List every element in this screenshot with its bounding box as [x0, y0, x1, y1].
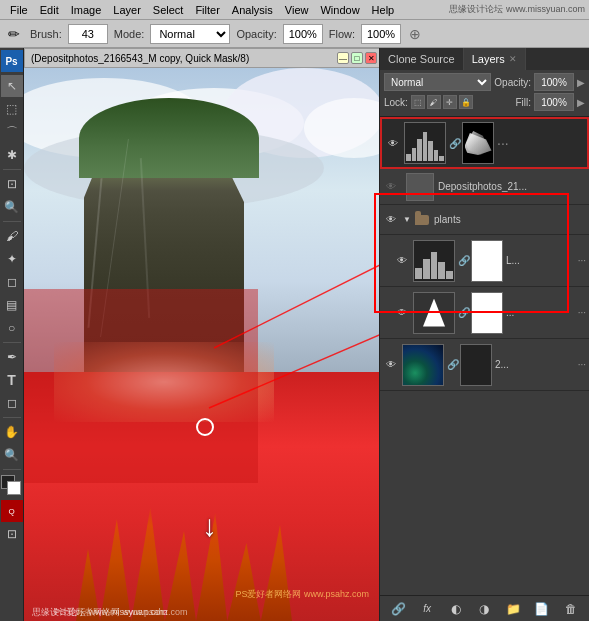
- layer-item-4[interactable]: 👁 🔗 ... ···: [380, 287, 589, 339]
- hand-tool[interactable]: ✋: [1, 421, 23, 443]
- delete-layer-btn[interactable]: 🗑: [560, 598, 582, 620]
- menu-edit[interactable]: Edit: [34, 0, 65, 19]
- layer-4-visibility[interactable]: 👁: [394, 305, 410, 321]
- layer-3-mask: [471, 240, 503, 282]
- lock-all-btn[interactable]: 🔒: [459, 95, 473, 109]
- mode-select[interactable]: Normal Multiply Screen: [150, 24, 230, 44]
- tab-layers-close[interactable]: ✕: [509, 54, 517, 64]
- layer-4-mask: [471, 292, 503, 334]
- lasso-tool[interactable]: ⌒: [1, 121, 23, 143]
- toolbar-separator-5: [3, 469, 21, 470]
- opacity-label: Opacity:: [494, 77, 531, 88]
- layer-0-mask-thumb: [462, 122, 494, 164]
- close-button[interactable]: ✕: [365, 52, 377, 64]
- layer-list: 👁 🔗: [380, 117, 589, 595]
- layer-5-link: 🔗: [447, 359, 457, 370]
- menu-view[interactable]: View: [279, 0, 315, 19]
- h3-bar-1: [415, 268, 422, 279]
- text-tool[interactable]: T: [1, 369, 23, 391]
- h3-bar-3: [431, 252, 438, 279]
- arrow-down-icon: ↓: [202, 511, 217, 541]
- eyedropper-tool[interactable]: 🔍: [1, 196, 23, 218]
- crop-tool[interactable]: ⊡: [1, 173, 23, 195]
- layer-mask-btn[interactable]: ◐: [445, 598, 467, 620]
- lock-label: Lock:: [384, 97, 408, 108]
- menu-window[interactable]: Window: [314, 0, 365, 19]
- h3-bar-5: [446, 271, 453, 278]
- layer-item-5[interactable]: 👁 🔗 2... ···: [380, 339, 589, 391]
- layer-0-thumb: [404, 122, 446, 164]
- layer-1-visibility[interactable]: 👁: [383, 179, 399, 195]
- brush-size-display[interactable]: 43: [68, 24, 108, 44]
- toolbar-separator-2: [3, 221, 21, 222]
- left-toolbar: Ps ↖ ⬚ ⌒ ✱ ⊡ 🔍 🖌 ✦ ◻ ▤ ○ ✒ T ◻ ✋ 🔍 Q ⊡: [0, 48, 24, 621]
- menu-layer[interactable]: Layer: [107, 0, 147, 19]
- magic-wand-tool[interactable]: ✱: [1, 144, 23, 166]
- folder-icon: [415, 215, 429, 225]
- pen-tool[interactable]: ✒: [1, 346, 23, 368]
- menu-file[interactable]: File: [4, 0, 34, 19]
- hist-bar-6: [434, 150, 439, 161]
- blend-mode-select[interactable]: Normal Multiply Screen Overlay: [384, 73, 491, 91]
- lock-transparent-btn[interactable]: ⬚: [411, 95, 425, 109]
- adjustment-btn[interactable]: ◑: [473, 598, 495, 620]
- hist-bar-4: [423, 132, 428, 161]
- layer-3-link: 🔗: [458, 255, 468, 266]
- layer-plants-expand[interactable]: ▼: [402, 215, 412, 225]
- layer-0-link: 🔗: [449, 138, 459, 149]
- layer-item-1[interactable]: 👁 Depositphotos_21...: [380, 169, 589, 205]
- lock-icons-group: ⬚ 🖌 ✛ 🔒: [411, 95, 473, 109]
- quick-mask-btn[interactable]: Q: [1, 500, 23, 522]
- blend-opacity-row: Normal Multiply Screen Overlay Opacity: …: [384, 73, 585, 91]
- gradient-tool[interactable]: ▤: [1, 294, 23, 316]
- leaf-triangle: [423, 299, 445, 327]
- opacity-value[interactable]: 100%: [283, 24, 323, 44]
- shape-tool[interactable]: ◻: [1, 392, 23, 414]
- crystals-layer: [64, 501, 304, 621]
- layer-item-0[interactable]: 👁 🔗: [380, 117, 589, 169]
- minimize-button[interactable]: —: [337, 52, 349, 64]
- layer-plants-visibility[interactable]: 👁: [383, 212, 399, 228]
- opacity-arrow[interactable]: ▶: [577, 77, 585, 88]
- mode-label: Mode:: [112, 28, 147, 40]
- layer-item-plants[interactable]: 👁 ▼ plants: [380, 205, 589, 235]
- fill-value-box[interactable]: 100%: [534, 93, 574, 111]
- menu-select[interactable]: Select: [147, 0, 190, 19]
- layer-3-visibility[interactable]: 👁: [394, 253, 410, 269]
- layer-item-3[interactable]: 👁 🔗 L... ···: [380, 235, 589, 287]
- new-layer-btn[interactable]: 📄: [531, 598, 553, 620]
- menu-filter[interactable]: Filter: [189, 0, 225, 19]
- flow-value[interactable]: 100%: [361, 24, 401, 44]
- leaf-container: [414, 293, 454, 333]
- layer-1-name: Depositphotos_21...: [438, 181, 586, 192]
- brush-tool[interactable]: 🖌: [1, 225, 23, 247]
- maximize-button[interactable]: □: [351, 52, 363, 64]
- layer-effects-btn[interactable]: fx: [416, 598, 438, 620]
- opacity-value-box[interactable]: 100%: [534, 73, 574, 91]
- tab-clone-source[interactable]: Clone Source: [380, 48, 464, 70]
- move-tool[interactable]: ↖: [1, 75, 23, 97]
- menu-analysis[interactable]: Analysis: [226, 0, 279, 19]
- ps-logo: Ps: [1, 50, 23, 72]
- screen-mode-btn[interactable]: ⊡: [1, 523, 23, 545]
- lock-position-btn[interactable]: ✛: [443, 95, 457, 109]
- lock-pixels-btn[interactable]: 🖌: [427, 95, 441, 109]
- marquee-tool[interactable]: ⬚: [1, 98, 23, 120]
- color-boxes[interactable]: [1, 475, 23, 497]
- fill-arrow[interactable]: ▶: [577, 97, 585, 108]
- stamp-tool[interactable]: ✦: [1, 248, 23, 270]
- layer-5-visibility[interactable]: 👁: [383, 357, 399, 373]
- menu-image[interactable]: Image: [65, 0, 108, 19]
- link-layers-btn[interactable]: 🔗: [387, 598, 409, 620]
- wm-right: PS爱好者网络网 www.psahz.com: [235, 588, 369, 601]
- canvas-content[interactable]: ↓ 思缘设计论坛 www.missyuan.com: [24, 68, 384, 621]
- flow-label: Flow:: [327, 28, 357, 40]
- layer-0-visibility[interactable]: 👁: [385, 135, 401, 151]
- zoom-tool[interactable]: 🔍: [1, 444, 23, 466]
- dodge-tool[interactable]: ○: [1, 317, 23, 339]
- eraser-tool[interactable]: ◻: [1, 271, 23, 293]
- menu-help[interactable]: Help: [366, 0, 401, 19]
- tab-layers[interactable]: Layers ✕: [464, 48, 526, 70]
- airbrush-icon[interactable]: ⊕: [409, 26, 421, 42]
- new-group-btn[interactable]: 📁: [502, 598, 524, 620]
